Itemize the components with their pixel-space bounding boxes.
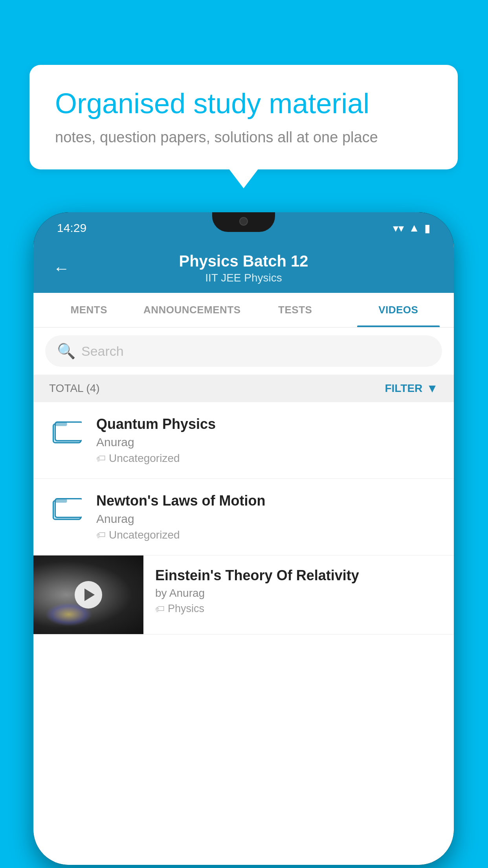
play-button[interactable] <box>75 581 102 609</box>
tab-videos[interactable]: VIDEOS <box>347 293 450 327</box>
tab-tests[interactable]: TESTS <box>244 293 347 327</box>
phone-notch <box>212 212 275 232</box>
app-screen: ← Physics Batch 12 IIT JEE Physics MENTS… <box>33 244 454 865</box>
video-info: Newton's Laws of Motion Anurag 🏷 Uncateg… <box>96 493 438 541</box>
tag-icon: 🏷 <box>155 603 165 614</box>
header-center: Physics Batch 12 IIT JEE Physics <box>179 252 308 284</box>
header-subtitle: IIT JEE Physics <box>179 272 308 284</box>
list-item[interactable]: Quantum Physics Anurag 🏷 Uncategorized <box>33 402 454 479</box>
svg-rect-7 <box>55 499 67 503</box>
search-container: 🔍 Search <box>33 327 454 375</box>
filter-bar: TOTAL (4) FILTER ▼ <box>33 375 454 402</box>
header-title: Physics Batch 12 <box>179 252 308 270</box>
tag-label: Uncategorized <box>109 452 180 465</box>
tag-label: Uncategorized <box>109 529 180 541</box>
video-author: Anurag <box>96 436 438 449</box>
wifi-icon: ▾▾ <box>393 222 404 235</box>
list-item[interactable]: Newton's Laws of Motion Anurag 🏷 Uncateg… <box>33 479 454 555</box>
svg-rect-3 <box>55 422 67 426</box>
video-title: Einstein's Theory Of Relativity <box>155 567 442 584</box>
video-author: by Anurag <box>155 587 442 600</box>
phone-time: 14:29 <box>57 221 86 235</box>
video-title: Quantum Physics <box>96 416 438 432</box>
video-tag: 🏷 Physics <box>155 603 442 615</box>
video-icon-wrapper <box>49 416 84 445</box>
phone-camera <box>239 217 248 226</box>
video-title: Newton's Laws of Motion <box>96 493 438 509</box>
bubble-subtitle: notes, question papers, solutions all at… <box>55 129 432 146</box>
folder-icon <box>52 495 82 522</box>
tab-ments[interactable]: MENTS <box>37 293 141 327</box>
video-thumbnail <box>33 555 143 634</box>
total-count-label: TOTAL (4) <box>49 382 100 395</box>
phone-inner: 14:29 ▾▾ ▲ ▮ ← Physics Batch 12 IIT JEE … <box>33 212 454 865</box>
signal-icon: ▲ <box>409 222 420 234</box>
status-icons: ▾▾ ▲ ▮ <box>393 222 430 235</box>
search-icon: 🔍 <box>57 342 75 360</box>
phone-frame: 14:29 ▾▾ ▲ ▮ ← Physics Batch 12 IIT JEE … <box>33 212 454 865</box>
speech-bubble: Organised study material notes, question… <box>29 65 458 169</box>
video-author: Anurag <box>96 512 438 526</box>
list-item[interactable]: Einstein's Theory Of Relativity by Anura… <box>33 555 454 634</box>
battery-icon: ▮ <box>424 222 430 235</box>
app-header: ← Physics Batch 12 IIT JEE Physics <box>33 244 454 293</box>
tab-bar: MENTS ANNOUNCEMENTS TESTS VIDEOS <box>33 293 454 327</box>
video-info: Quantum Physics Anurag 🏷 Uncategorized <box>96 416 438 465</box>
filter-funnel-icon: ▼ <box>426 382 438 395</box>
tab-announcements[interactable]: ANNOUNCEMENTS <box>141 293 244 327</box>
back-button[interactable]: ← <box>53 259 70 278</box>
video-tag: 🏷 Uncategorized <box>96 529 438 541</box>
video-icon-wrapper <box>49 493 84 522</box>
folder-icon <box>52 418 82 445</box>
video-tag: 🏷 Uncategorized <box>96 452 438 465</box>
status-bar: 14:29 ▾▾ ▲ ▮ <box>33 212 454 244</box>
video-list: Quantum Physics Anurag 🏷 Uncategorized <box>33 402 454 865</box>
bubble-title: Organised study material <box>55 86 432 120</box>
tag-icon: 🏷 <box>96 530 106 541</box>
tag-label: Physics <box>168 603 204 615</box>
search-bar[interactable]: 🔍 Search <box>45 335 442 367</box>
filter-label: FILTER <box>385 382 422 395</box>
tag-icon: 🏷 <box>96 453 106 464</box>
video-info: Einstein's Theory Of Relativity by Anura… <box>143 555 454 623</box>
play-icon <box>84 588 95 601</box>
search-placeholder: Search <box>81 344 124 359</box>
filter-button[interactable]: FILTER ▼ <box>385 382 438 395</box>
